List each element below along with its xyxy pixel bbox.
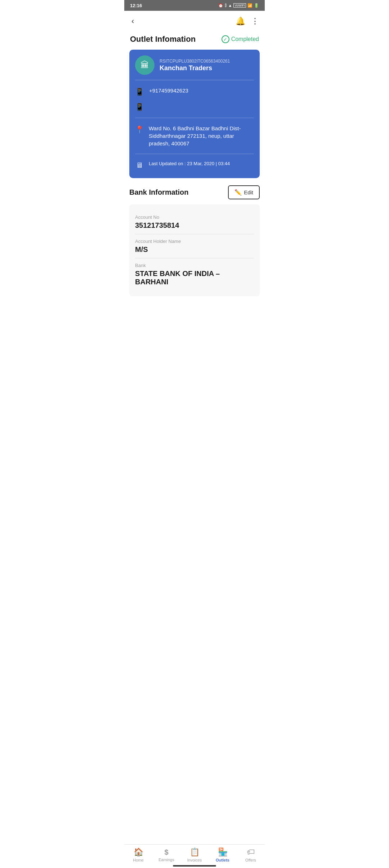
status-bar: 12:16 ⏰ ₿ ▲ VoWiFi 📶 🔋	[124, 0, 265, 11]
home-icon: 🏠	[134, 847, 143, 857]
account-holder-value: M/S	[135, 245, 254, 254]
address-text: Ward No. 6 Badhni Bazar Badhni Dist-Sidd…	[149, 125, 254, 147]
divider-3	[135, 154, 254, 154]
outlet-card: 🏛 RSITCPUPLU3802ITC06563400261 Kanchan T…	[129, 50, 260, 178]
phone-icon-2: 📱	[135, 103, 144, 111]
nav-label-offers: Offers	[245, 858, 256, 862]
status-time: 12:16	[130, 3, 142, 8]
edit-label: Edit	[244, 189, 253, 195]
account-number-label: Account No	[135, 214, 254, 220]
address-row: 📍 Ward No. 6 Badhni Bazar Badhni Dist-Si…	[135, 122, 254, 150]
top-nav: ‹ 🔔 ⋮	[124, 11, 265, 32]
phone-number-1: +917459942623	[149, 87, 188, 94]
notification-icon[interactable]: 🔔	[236, 17, 245, 26]
signal-icon: 📶	[247, 3, 252, 8]
earnings-icon: $	[164, 848, 168, 856]
page-title: Outlet Infomation	[130, 35, 196, 44]
edit-button[interactable]: ✏️ Edit	[228, 185, 260, 199]
outlet-id: RSITCPUPLU3802ITC06563400261	[160, 59, 230, 64]
nav-right-icons: 🔔 ⋮	[236, 17, 259, 26]
invoices-icon: 📋	[190, 847, 200, 857]
outlet-avatar: 🏛	[135, 55, 155, 75]
outlets-icon: 🏪	[218, 847, 228, 857]
divider-1	[135, 80, 254, 80]
nav-item-invoices[interactable]: 📋 Invoices	[184, 847, 205, 862]
alarm-icon: ⏰	[218, 3, 223, 8]
outlet-name: Kanchan Traders	[160, 64, 230, 72]
last-updated-text: Last Updated on : 23 Mar, 2020 | 03:44	[149, 161, 230, 167]
account-number-value: 35121735814	[135, 221, 254, 230]
back-button[interactable]: ‹	[130, 15, 135, 27]
more-options-icon[interactable]: ⋮	[251, 17, 259, 26]
vowifi-icon: VoWiFi	[233, 3, 246, 8]
bottom-indicator	[173, 865, 216, 867]
bank-section: Bank Information ✏️ Edit Account No 3512…	[124, 185, 265, 296]
account-number-field: Account No 35121735814	[135, 210, 254, 234]
completed-label: Completed	[231, 36, 259, 42]
account-holder-label: Account Holder Name	[135, 239, 254, 244]
bank-card: Account No 35121735814 Account Holder Na…	[129, 204, 260, 296]
bank-header: Bank Information ✏️ Edit	[129, 185, 260, 199]
divider-2	[135, 118, 254, 118]
bank-section-title: Bank Information	[129, 188, 188, 196]
last-updated-row: 🖥 Last Updated on : 23 Mar, 2020 | 03:44	[135, 158, 254, 172]
phone-icon-1: 📱	[135, 87, 144, 96]
account-holder-field: Account Holder Name M/S	[135, 234, 254, 258]
last-updated-value: 23 Mar, 2020 | 03:44	[187, 161, 230, 166]
page-title-row: Outlet Infomation ✓ Completed	[124, 32, 265, 50]
nav-label-outlets: Outlets	[216, 858, 229, 862]
bank-label: Bank	[135, 263, 254, 268]
nav-item-outlets[interactable]: 🏪 Outlets	[212, 847, 233, 862]
bottom-nav: 🏠 Home $ Earnings 📋 Invoices 🏪 Outlets 🏷…	[124, 844, 265, 868]
location-icon: 📍	[135, 125, 144, 134]
monitor-icon: 🖥	[135, 161, 144, 169]
completed-badge: ✓ Completed	[222, 35, 259, 43]
check-circle-icon: ✓	[222, 35, 229, 43]
nav-item-home[interactable]: 🏠 Home	[128, 847, 149, 862]
nav-label-home: Home	[133, 858, 143, 862]
nav-item-earnings[interactable]: $ Earnings	[156, 848, 177, 862]
bank-name-field: Bank STATE BANK OF INDIA – BARHANI	[135, 258, 254, 290]
battery-icon: 🔋	[254, 3, 259, 8]
phone-row-1: 📱 +917459942623	[135, 84, 254, 99]
edit-pencil-icon: ✏️	[234, 189, 242, 196]
nav-item-offers[interactable]: 🏷 Offers	[240, 847, 261, 862]
nav-label-invoices: Invoices	[187, 858, 202, 862]
outlet-header: 🏛 RSITCPUPLU3802ITC06563400261 Kanchan T…	[135, 55, 254, 75]
bank-value: STATE BANK OF INDIA – BARHANI	[135, 270, 254, 286]
bluetooth-icon: ₿	[225, 3, 227, 8]
last-updated-label: Last Updated on :	[149, 161, 186, 166]
outlet-identity: RSITCPUPLU3802ITC06563400261 Kanchan Tra…	[160, 59, 230, 72]
phone-row-2: 📱	[135, 99, 254, 114]
wifi-icon: ▲	[228, 3, 232, 8]
nav-label-earnings: Earnings	[158, 858, 174, 862]
status-icons: ⏰ ₿ ▲ VoWiFi 📶 🔋	[218, 3, 259, 8]
offers-icon: 🏷	[247, 847, 255, 857]
